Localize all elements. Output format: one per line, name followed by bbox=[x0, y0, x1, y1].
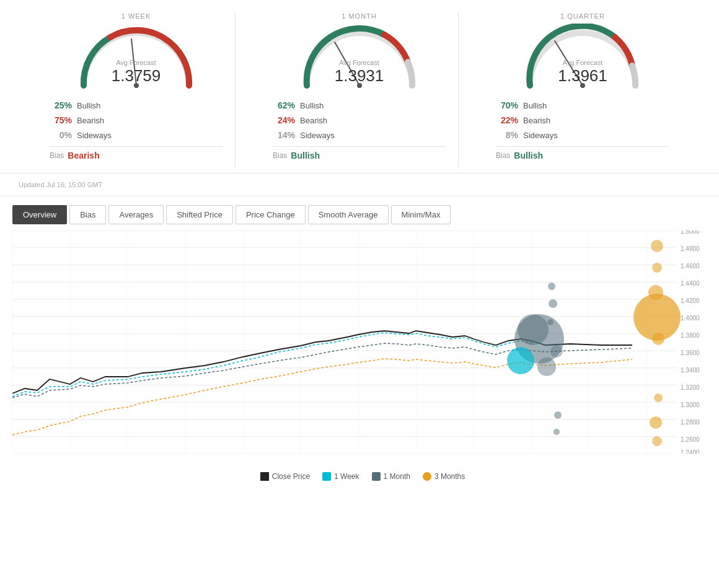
tab-shifted-price[interactable]: Shifted Price bbox=[166, 205, 233, 224]
month-bias-label: Bias bbox=[273, 151, 287, 160]
tabs-section: Overview Bias Averages Shifted Price Pri… bbox=[0, 196, 719, 224]
tab-bias[interactable]: Bias bbox=[69, 205, 106, 224]
svg-text:1.3200: 1.3200 bbox=[681, 384, 700, 391]
legend-label-close: Close Price bbox=[272, 472, 310, 481]
tab-smooth-average[interactable]: Smooth Average bbox=[308, 205, 389, 224]
quarter-bullish-row: 70% Bullish bbox=[496, 98, 669, 113]
week-bias-value: Bearish bbox=[68, 151, 99, 160]
week-panel: 1 WEEK Avg Forecast 1.3759 25% Bullis bbox=[37, 12, 236, 167]
quarter-bias-label: Bias bbox=[496, 151, 510, 160]
month-panel: 1 MONTH Avg Forecast 1.3931 62% bbox=[260, 12, 459, 167]
week-bias-row: Bias Bearish bbox=[50, 151, 223, 160]
quarter-sideways-row: 8% Sideways bbox=[496, 128, 669, 143]
quarter-bias-row: Bias Bullish bbox=[496, 151, 669, 160]
month-bullish-row: 62% Bullish bbox=[273, 98, 446, 113]
svg-point-23 bbox=[547, 319, 554, 325]
tab-averages[interactable]: Averages bbox=[108, 205, 164, 224]
quarter-avg-label: Avg Forecast bbox=[558, 59, 607, 66]
week-bullish-label: Bullish bbox=[77, 101, 100, 110]
quarter-sideways-label: Sideways bbox=[523, 131, 558, 140]
month-bearish-row: 24% Bearish bbox=[273, 113, 446, 128]
quarter-bearish-row: 22% Bearish bbox=[496, 113, 669, 128]
svg-point-32 bbox=[651, 240, 663, 252]
month-gauge: Avg Forecast 1.3931 bbox=[298, 24, 421, 92]
month-bias-row: Bias Bullish bbox=[273, 151, 446, 160]
chart-wrapper: ct 2020 Nov 2020 Dec 2020 Jan 2021 Feb 2… bbox=[12, 230, 713, 466]
week-stats: 25% Bullish 75% Bearish 0% Sideways Bias… bbox=[37, 98, 235, 160]
week-bullish-pct: 25% bbox=[50, 100, 72, 110]
svg-text:1.4000: 1.4000 bbox=[681, 315, 700, 322]
svg-point-31 bbox=[652, 436, 662, 446]
bubble-week-large bbox=[507, 347, 534, 374]
legend-1month: 1 Month bbox=[372, 472, 410, 481]
month-avg-value: 1.3931 bbox=[335, 66, 384, 86]
chart-svg: ct 2020 Nov 2020 Dec 2020 Jan 2021 Feb 2… bbox=[12, 230, 707, 454]
month-bias-value: Bullish bbox=[291, 151, 320, 160]
svg-point-25 bbox=[554, 429, 560, 435]
svg-text:1.2800: 1.2800 bbox=[681, 419, 700, 426]
month-bullish-pct: 62% bbox=[273, 100, 295, 110]
legend-swatch-3months bbox=[423, 472, 431, 481]
bubble-month-med bbox=[518, 314, 549, 345]
updated-text: Updated Jul 16, 15:00 GMT bbox=[0, 173, 719, 196]
bubble-month-tiny bbox=[550, 345, 563, 358]
svg-text:1.4200: 1.4200 bbox=[681, 297, 700, 304]
quarter-bullish-pct: 70% bbox=[496, 100, 518, 110]
top-section: 1 WEEK Avg Forecast 1.3759 25% Bullis bbox=[0, 0, 719, 173]
week-sideways-pct: 0% bbox=[50, 130, 72, 140]
svg-point-27 bbox=[652, 333, 664, 345]
quarter-gauge: Avg Forecast 1.3961 bbox=[521, 24, 645, 92]
legend-swatch-close bbox=[260, 472, 269, 481]
month-bearish-label: Bearish bbox=[300, 116, 327, 125]
chart-area: ct 2020 Nov 2020 Dec 2020 Jan 2021 Feb 2… bbox=[0, 224, 719, 508]
month-bullish-label: Bullish bbox=[300, 101, 324, 110]
legend-section: Close Price 1 Week 1 Month 3 Months bbox=[12, 466, 713, 483]
quarter-gauge-label: Avg Forecast 1.3961 bbox=[558, 59, 607, 86]
svg-point-30 bbox=[654, 393, 663, 402]
month-gauge-label: Avg Forecast 1.3931 bbox=[335, 59, 384, 86]
month-title: 1 MONTH bbox=[342, 12, 377, 20]
week-avg-value: 1.3759 bbox=[112, 66, 161, 86]
legend-1week: 1 Week bbox=[322, 472, 359, 481]
month-bearish-pct: 24% bbox=[273, 115, 295, 125]
svg-text:1.3800: 1.3800 bbox=[681, 332, 700, 339]
legend-label-3months: 3 Months bbox=[434, 472, 465, 481]
bubble-month-small bbox=[537, 358, 556, 376]
week-bearish-row: 75% Bearish bbox=[50, 113, 223, 128]
week-bearish-label: Bearish bbox=[77, 116, 104, 125]
svg-point-29 bbox=[650, 416, 662, 429]
quarter-bullish-label: Bullish bbox=[523, 101, 547, 110]
tab-price-change[interactable]: Price Change bbox=[236, 205, 306, 224]
week-sideways-row: 0% Sideways bbox=[50, 128, 223, 143]
month-sideways-pct: 14% bbox=[273, 130, 295, 140]
quarter-title: 1 QUARTER bbox=[560, 12, 605, 20]
svg-point-21 bbox=[548, 283, 555, 290]
week-sideways-label: Sideways bbox=[77, 131, 112, 140]
svg-text:1.2600: 1.2600 bbox=[681, 436, 700, 443]
svg-text:1.3400: 1.3400 bbox=[681, 367, 700, 374]
svg-text:1.4600: 1.4600 bbox=[681, 263, 700, 270]
svg-text:1.4400: 1.4400 bbox=[681, 280, 700, 287]
legend-label-week: 1 Week bbox=[334, 472, 359, 481]
svg-point-24 bbox=[554, 411, 562, 419]
tab-overview[interactable]: Overview bbox=[12, 205, 67, 224]
svg-text:1.3000: 1.3000 bbox=[681, 402, 700, 408]
legend-swatch-month bbox=[372, 472, 381, 481]
svg-point-22 bbox=[549, 299, 557, 308]
month-sideways-label: Sideways bbox=[300, 131, 335, 140]
quarter-avg-value: 1.3961 bbox=[558, 66, 607, 86]
quarter-bias-value: Bullish bbox=[514, 151, 543, 160]
week-gauge: Avg Forecast 1.3759 bbox=[74, 24, 198, 92]
svg-text:1.3600: 1.3600 bbox=[681, 349, 700, 356]
legend-3months: 3 Months bbox=[423, 472, 465, 481]
svg-rect-6 bbox=[12, 230, 676, 454]
quarter-stats: 70% Bullish 22% Bearish 8% Sideways Bias… bbox=[483, 98, 682, 160]
week-bullish-row: 25% Bullish bbox=[50, 98, 223, 113]
week-bearish-pct: 75% bbox=[50, 115, 72, 125]
quarter-sideways-pct: 8% bbox=[496, 130, 518, 140]
svg-point-26 bbox=[648, 285, 663, 300]
svg-point-28 bbox=[652, 263, 662, 273]
tab-minim-max[interactable]: Minim/Max bbox=[391, 205, 451, 224]
week-bias-label: Bias bbox=[50, 151, 64, 160]
svg-text:1.4800: 1.4800 bbox=[681, 245, 700, 252]
